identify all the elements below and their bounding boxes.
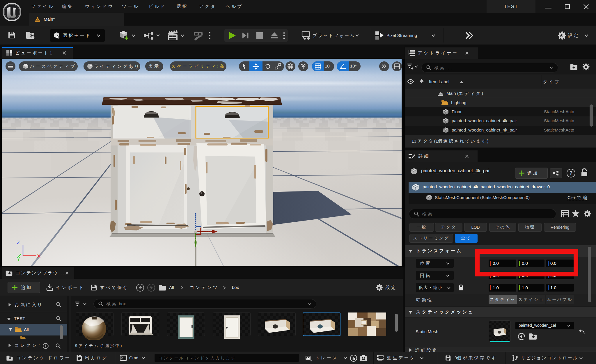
svg-text:Y: Y [17, 256, 20, 262]
svg-text:X: X [37, 253, 40, 259]
svg-text:Z: Z [17, 240, 20, 245]
